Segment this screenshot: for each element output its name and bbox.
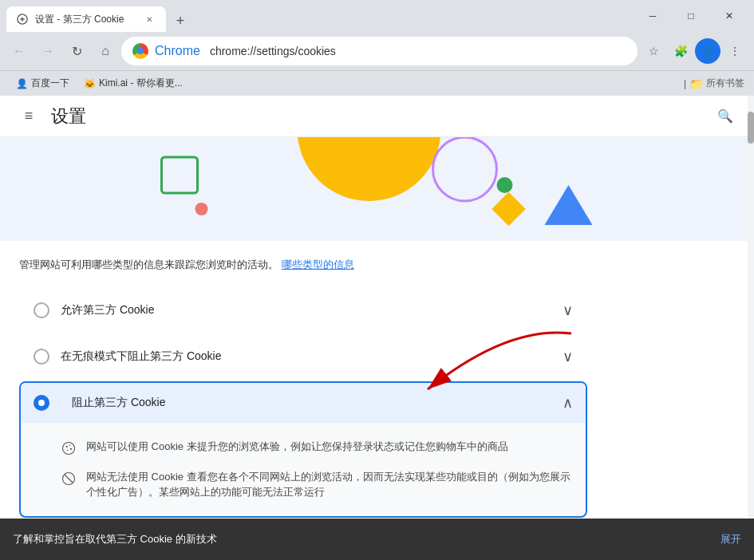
block-all-wrapper: 阻止第三方 Cookie ∧ [19, 381, 587, 518]
tab-favicon [16, 13, 29, 26]
close-button[interactable]: ✕ [711, 3, 748, 29]
scrollbar-track[interactable] [748, 96, 754, 560]
block-all-expanded-body: 网站可以使用 Cookie 来提升您的浏览体验，例如让您保持登录状态或记住您购物… [21, 423, 586, 516]
browser-frame: 设置 - 第三方 Cookie ✕ + ─ □ ✕ ← → ↻ ⌂ Chrome… [0, 0, 754, 560]
block-all-header[interactable]: 阻止第三方 Cookie ∧ [21, 383, 586, 423]
bookmark-baidu-label: 百度一下 [31, 77, 69, 90]
svg-marker-6 [545, 185, 593, 225]
svg-point-2 [298, 137, 441, 201]
bookmark-baidu[interactable]: 👤 百度一下 [10, 74, 76, 93]
chrome-brand-label: Chrome [155, 44, 200, 58]
block-icon [61, 471, 77, 487]
block-all-radio[interactable] [34, 395, 49, 411]
svg-point-3 [433, 137, 497, 201]
hamburger-icon: ≡ [25, 108, 34, 124]
cookie-desc-link[interactable]: 哪些类型的信息 [282, 258, 354, 270]
svg-point-9 [63, 442, 75, 454]
block-all-option[interactable]: 阻止第三方 Cookie ∧ [19, 381, 587, 518]
cookie-settings-content: 管理网站可利用哪些类型的信息来跟踪您浏览时的活动。 哪些类型的信息 允许第三方 … [0, 241, 606, 560]
active-tab[interactable]: 设置 - 第三方 Cookie ✕ [6, 6, 166, 32]
bookmark-baidu-icon: 👤 [16, 78, 28, 89]
tab-close-button[interactable]: ✕ [142, 12, 156, 26]
back-button[interactable]: ← [6, 38, 32, 64]
more-menu-button[interactable]: ⋮ [722, 38, 748, 64]
address-bar[interactable]: Chrome chrome://settings/cookies [121, 37, 638, 65]
cookie-icon [61, 440, 77, 456]
svg-point-4 [497, 177, 513, 193]
profile-icon: 👤 [701, 45, 715, 57]
tab-strip: 设置 - 第三方 Cookie ✕ + [6, 0, 631, 32]
svg-point-11 [69, 444, 71, 446]
svg-line-15 [65, 474, 73, 483]
settings-nav: ≡ 设置 🔍 [0, 96, 754, 137]
bookmark-kimi[interactable]: 🐱 Kimi.ai - 帮你看更... [77, 74, 189, 93]
svg-rect-5 [491, 192, 525, 226]
allow-cookies-radio[interactable] [34, 302, 49, 318]
tab-title: 设置 - 第三方 Cookie [35, 13, 136, 26]
bookmark-kimi-icon: 🐱 [84, 78, 96, 89]
svg-point-12 [70, 448, 72, 449]
profile-button[interactable]: 👤 [695, 38, 720, 64]
chrome-logo-icon [132, 43, 148, 59]
settings-search-button[interactable]: 🔍 [709, 101, 741, 132]
incognito-block-chevron: ∨ [563, 348, 573, 365]
toast-action-button[interactable]: 展开 [720, 532, 741, 546]
bookmarks-folder-icon: 📁 [689, 77, 703, 90]
forward-button[interactable]: → [35, 38, 61, 64]
bookmarks-separator: | [684, 78, 686, 89]
expanded-item-2-text: 网站无法使用 Cookie 查看您在各个不同网站上的浏览活动，因而无法实现某些功… [86, 469, 573, 500]
block-all-chevron: ∧ [563, 394, 573, 412]
bookmark-star-button[interactable]: ☆ [641, 38, 666, 64]
maximize-button[interactable]: □ [673, 3, 709, 29]
svg-point-10 [66, 445, 68, 447]
svg-point-13 [67, 449, 69, 451]
reload-button[interactable]: ↻ [64, 38, 89, 64]
allow-cookies-chevron: ∨ [563, 302, 573, 319]
scrollbar-thumb[interactable] [748, 112, 754, 144]
expanded-item-2: 网站无法使用 Cookie 查看您在各个不同网站上的浏览活动，因而无法实现某些功… [61, 463, 573, 507]
extensions-button[interactable]: 🧩 [668, 38, 693, 64]
allow-cookies-option[interactable]: 允许第三方 Cookie ∨ [19, 289, 587, 332]
all-bookmarks-label: 所有书签 [706, 77, 744, 90]
hamburger-menu-button[interactable]: ≡ [13, 101, 45, 132]
decorative-svg [0, 137, 754, 241]
window-controls: ─ □ ✕ [634, 3, 748, 29]
page-title: 设置 [51, 105, 86, 128]
bookmark-kimi-label: Kimi.ai - 帮你看更... [99, 77, 183, 90]
svg-rect-1 [162, 157, 198, 193]
home-button[interactable]: ⌂ [93, 38, 118, 64]
block-all-label: 阻止第三方 Cookie [72, 396, 563, 410]
toast-notification: 了解和掌控旨在取代第三方 Cookie 的新技术 展开 [0, 519, 754, 560]
allow-cookies-label: 允许第三方 Cookie [61, 303, 563, 317]
incognito-block-label: 在无痕模式下阻止第三方 Cookie [61, 349, 563, 364]
cookie-description: 管理网站可利用哪些类型的信息来跟踪您浏览时的活动。 哪些类型的信息 [19, 257, 587, 273]
settings-main: ≡ 设置 🔍 [0, 96, 754, 560]
bookmarks-bar: 👤 百度一下 🐱 Kimi.ai - 帮你看更... | 📁 所有书签 [0, 70, 754, 96]
svg-point-7 [195, 203, 208, 215]
browser-toolbar: ← → ↻ ⌂ Chrome chrome://settings/cookies… [0, 32, 754, 70]
decorative-banner [0, 137, 754, 241]
expanded-item-1-text: 网站可以使用 Cookie 来提升您的浏览体验，例如让您保持登录状态或记住您购物… [86, 439, 508, 455]
title-bar: 设置 - 第三方 Cookie ✕ + ─ □ ✕ [0, 0, 754, 32]
minimize-button[interactable]: ─ [634, 3, 671, 29]
toast-text: 了解和掌控旨在取代第三方 Cookie 的新技术 [13, 532, 711, 546]
content-area: ≡ 设置 🔍 [0, 96, 754, 560]
new-tab-button[interactable]: + [169, 10, 191, 32]
expanded-item-1: 网站可以使用 Cookie 来提升您的浏览体验，例如让您保持登录状态或记住您购物… [61, 432, 573, 463]
all-bookmarks-button[interactable]: | 📁 所有书签 [684, 77, 744, 90]
address-text: chrome://settings/cookies [210, 45, 626, 57]
search-icon: 🔍 [717, 108, 733, 124]
incognito-block-option[interactable]: 在无痕模式下阻止第三方 Cookie ∨ [19, 335, 587, 378]
incognito-block-radio[interactable] [34, 349, 49, 365]
toolbar-icons: ☆ 🧩 👤 ⋮ [641, 38, 748, 64]
